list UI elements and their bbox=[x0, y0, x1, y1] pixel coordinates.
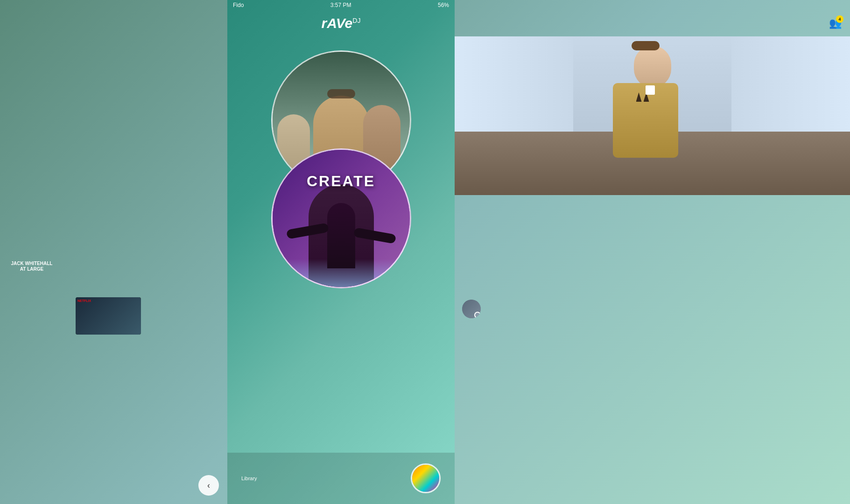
rave-battery: 56% bbox=[438, 2, 449, 8]
video-scene bbox=[455, 36, 850, 195]
rave-status-bar: Fido 3:57 PM 56% bbox=[227, 0, 455, 10]
netflix-panel: Fido 1:48 PM 94% ☰ NETFLIX 🔍 NETFLIX bbox=[0, 0, 227, 504]
trending2-netflix: NETFLIX bbox=[77, 299, 91, 302]
library-button[interactable]: Library bbox=[241, 476, 257, 481]
rave-dj-panel: Fido 3:57 PM 56% rAVeDJ CREATE bbox=[227, 0, 455, 504]
bottom-circle[interactable] bbox=[271, 148, 411, 288]
netflix-bottom: ‹ bbox=[0, 335, 227, 504]
rave-carrier: Fido bbox=[233, 2, 244, 8]
thumbnail-gilmore-girls[interactable]: Gilmore girls bbox=[115, 203, 165, 276]
users-badge: 4 bbox=[836, 15, 843, 23]
rave-time: 3:57 PM bbox=[330, 2, 351, 8]
popular-thumbnails: JACK WHITEHALL AT LARGE NETFLIX NBC the … bbox=[0, 203, 227, 276]
trending-thumb-2[interactable]: NETFLIX bbox=[76, 297, 141, 335]
create-label[interactable]: CREATE bbox=[307, 173, 375, 190]
samuel-avatar-2 bbox=[462, 300, 481, 318]
rave-bottom-bar: Library bbox=[227, 453, 455, 504]
rave-logo: rAVeDJ bbox=[322, 15, 361, 31]
rave-circles: CREATE bbox=[227, 36, 455, 504]
back-button[interactable]: ‹ bbox=[198, 475, 219, 496]
video-frame bbox=[455, 36, 850, 195]
jack-whitehall-title: JACK WHITEHALL AT LARGE bbox=[10, 261, 53, 272]
library-label: Library bbox=[241, 476, 257, 481]
users-button[interactable]: 👥 4 bbox=[829, 17, 842, 29]
user-avatar[interactable] bbox=[411, 463, 441, 493]
rave-header: rAVeDJ bbox=[227, 10, 455, 36]
